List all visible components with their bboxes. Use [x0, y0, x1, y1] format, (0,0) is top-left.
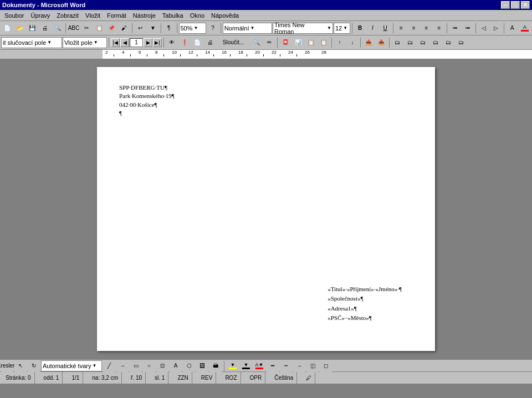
menu-tabulka[interactable]: Tabulka — [159, 11, 187, 20]
insert-field-dropdown[interactable]: Vložit pole ▼ — [63, 37, 107, 48]
undo-dropdown[interactable]: ▼ — [147, 22, 159, 34]
zoom-dropdown[interactable]: 50% ▼ — [179, 23, 207, 34]
view-merged-button[interactable]: 👁 — [166, 37, 178, 49]
mail-merge-helper-button[interactable]: 📮 — [279, 37, 291, 49]
record-number-input[interactable] — [130, 38, 143, 47]
menu-napoveda[interactable]: Nápověda — [208, 11, 242, 20]
textbox-tool[interactable]: ⊡ — [156, 360, 168, 372]
merge-to-printer-button[interactable]: 🖨 — [204, 37, 216, 49]
rectangle-tool[interactable]: ▭ — [130, 360, 142, 372]
merge-to-new-button[interactable]: 📄 — [191, 37, 203, 49]
numbering-button[interactable]: ≔ — [462, 22, 474, 34]
bullets-button[interactable]: ≔ — [449, 22, 461, 34]
select-objects-button[interactable]: ↖ — [14, 360, 27, 372]
menu-zobrazit[interactable]: Zobrazit — [53, 11, 82, 20]
print-button[interactable]: 🖨 — [39, 22, 51, 34]
mm-btn8[interactable]: 🗂 — [404, 37, 416, 49]
line-tool[interactable]: ╱ — [103, 360, 115, 372]
document-page[interactable]: SPP·DFBERG·TU¶ Park·Komenského·19¶ 042·0… — [97, 67, 435, 351]
style-dropdown[interactable]: Normální ▼ — [223, 23, 272, 34]
mm-btn11[interactable]: 🗂 — [442, 37, 454, 49]
align-justify-button[interactable]: ≡ — [433, 22, 445, 34]
menu-okno[interactable]: Okno — [187, 11, 208, 20]
print-preview-button[interactable]: 🔍 — [52, 22, 64, 34]
show-hide-button[interactable]: ¶ — [163, 22, 175, 34]
mm-sort-asc[interactable]: ↑ — [334, 37, 346, 49]
align-center-button[interactable]: ≡ — [408, 22, 420, 34]
prev-record-button[interactable]: ◀ — [120, 38, 129, 47]
size-dropdown[interactable]: 12 ▼ — [334, 23, 350, 34]
bold-button[interactable]: B — [354, 22, 366, 34]
shadow-button[interactable]: ◫ — [306, 360, 319, 372]
merge-fields-dropdown[interactable]: it slučovací pole ▼ — [1, 37, 62, 48]
title-controls: ─ □ ✕ — [501, 1, 530, 9]
mm-sep-6 — [389, 38, 390, 48]
line-3: 042·00·Košice¶ — [119, 101, 413, 109]
mm-btn12[interactable]: 🗂 — [455, 37, 467, 49]
3d-button[interactable]: ◻ — [320, 360, 332, 372]
menu-format[interactable]: Formát — [104, 11, 130, 20]
fill-color-button[interactable]: ▼ — [227, 360, 239, 372]
status-pages: 1/1 — [68, 372, 83, 384]
undo-button[interactable]: ↩ — [134, 22, 146, 34]
first-record-button[interactable]: |◀ — [111, 38, 120, 47]
diagram-button[interactable]: ⬡ — [183, 360, 195, 372]
mm-btn3[interactable]: 📋 — [305, 37, 317, 49]
zoom-ok-button[interactable]: ? — [207, 22, 219, 34]
format-painter-button[interactable]: 🖌 — [118, 22, 130, 34]
mm-sort-desc[interactable]: ↓ — [346, 37, 359, 49]
mm-btn2[interactable]: 📊 — [292, 37, 304, 49]
mm-btn4[interactable]: 📋 — [318, 37, 330, 49]
menu-soubor[interactable]: Soubor — [1, 11, 27, 20]
rotate-button[interactable]: ↻ — [28, 360, 40, 372]
maximize-button[interactable]: □ — [511, 1, 520, 9]
spell-check-button[interactable]: ABC — [68, 22, 80, 34]
toolbar-sep-3 — [161, 23, 161, 33]
highlight-button[interactable]: A — [506, 22, 518, 34]
menu-nastroje[interactable]: Nástroje — [130, 11, 159, 20]
dash-style-button[interactable]: ┅ — [280, 360, 292, 372]
line-style-button[interactable]: ━ — [267, 360, 279, 372]
last-record-button[interactable]: ▶| — [153, 38, 162, 47]
align-right-button[interactable]: ≡ — [421, 22, 433, 34]
merge-button[interactable]: Sloučit... — [217, 37, 250, 49]
mm-btn5[interactable]: 📤 — [362, 37, 375, 49]
close-button[interactable]: ✕ — [521, 1, 530, 9]
find-entry-button[interactable]: 🔍 — [250, 37, 263, 49]
edit-datasource-button[interactable]: ✏ — [263, 37, 275, 49]
drawing-toggle[interactable]: Kreslení — [1, 360, 13, 372]
decrease-indent-button[interactable]: ◁ — [478, 22, 490, 34]
increase-indent-button[interactable]: ▷ — [490, 22, 503, 34]
wordart-button[interactable]: A — [170, 360, 182, 372]
mm-btn9[interactable]: 🗂 — [417, 37, 429, 49]
arrow-tool[interactable]: → — [116, 360, 129, 372]
align-left-button[interactable]: ≡ — [395, 22, 407, 34]
font-color-button-2[interactable]: A▼ — [253, 360, 265, 372]
copy-button[interactable]: 📋 — [93, 22, 105, 34]
autoshapes-dropdown[interactable]: Automatické tvary ▼ — [41, 360, 102, 371]
underline-button[interactable]: U — [379, 22, 391, 34]
save-button[interactable]: 💾 — [27, 22, 39, 34]
oval-tool[interactable]: ○ — [143, 360, 155, 372]
paste-button[interactable]: 📌 — [106, 22, 118, 34]
clipart-button[interactable]: 🖼 — [196, 360, 208, 372]
toolbar-sep-4 — [177, 23, 177, 33]
line-color-button[interactable]: ▼ — [240, 360, 252, 372]
arrow-style-button[interactable]: → — [293, 360, 305, 372]
cut-button[interactable]: ✂ — [80, 22, 93, 34]
open-button[interactable]: 📂 — [14, 22, 26, 34]
menu-vlozit[interactable]: Vložit — [82, 11, 104, 20]
menu-upravy[interactable]: Úpravy — [27, 11, 53, 20]
font-color-button[interactable]: A — [519, 22, 531, 34]
font-dropdown[interactable]: Times New Roman ▼ — [273, 23, 333, 34]
line-1: SPP·DFBERG·TU¶ — [119, 84, 413, 92]
insert-picture-button[interactable]: 🏔 — [209, 360, 222, 372]
new-button[interactable]: 📄 — [1, 22, 13, 34]
mm-btn6[interactable]: 📥 — [375, 37, 387, 49]
minimize-button[interactable]: ─ — [501, 1, 510, 9]
next-record-button[interactable]: ▶ — [144, 38, 152, 47]
check-errors-button[interactable]: ❗ — [178, 37, 191, 49]
mm-btn7[interactable]: 🗂 — [391, 37, 403, 49]
mm-btn10[interactable]: 🗂 — [429, 37, 442, 49]
italic-button[interactable]: I — [366, 22, 378, 34]
